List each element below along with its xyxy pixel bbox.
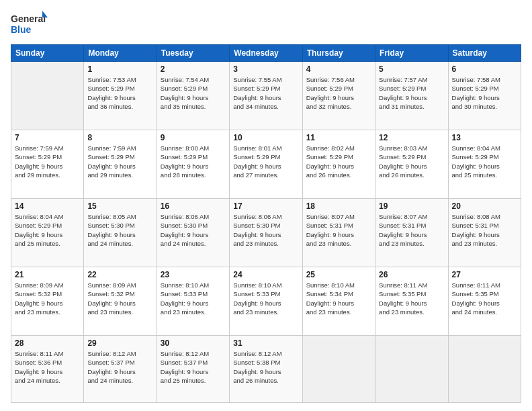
day-number: 26 <box>379 270 444 279</box>
calendar-cell: 18Sunrise: 8:07 AM Sunset: 5:31 PM Dayli… <box>302 199 375 267</box>
day-info: Sunrise: 8:09 AM Sunset: 5:32 PM Dayligh… <box>15 281 80 316</box>
logo: GeneralBlue <box>11 11 48 38</box>
calendar-header-sunday: Sunday <box>11 45 84 62</box>
day-info: Sunrise: 8:06 AM Sunset: 5:30 PM Dayligh… <box>161 212 226 248</box>
calendar-cell: 12Sunrise: 8:03 AM Sunset: 5:29 PM Dayli… <box>375 130 448 199</box>
day-info: Sunrise: 8:12 AM Sunset: 5:37 PM Dayligh… <box>161 349 226 385</box>
svg-text:General: General <box>11 13 46 24</box>
day-info: Sunrise: 8:12 AM Sunset: 5:37 PM Dayligh… <box>87 349 152 385</box>
day-info: Sunrise: 7:58 AM Sunset: 5:29 PM Dayligh… <box>452 75 517 111</box>
day-number: 24 <box>233 270 298 279</box>
day-number: 8 <box>87 133 152 142</box>
day-info: Sunrise: 7:59 AM Sunset: 5:29 PM Dayligh… <box>87 144 152 179</box>
day-number: 22 <box>87 270 152 279</box>
day-info: Sunrise: 7:54 AM Sunset: 5:29 PM Dayligh… <box>161 75 226 111</box>
day-number: 9 <box>161 133 226 142</box>
calendar-cell <box>448 336 521 403</box>
day-number: 20 <box>452 201 517 211</box>
day-info: Sunrise: 8:06 AM Sunset: 5:30 PM Dayligh… <box>233 212 298 248</box>
day-info: Sunrise: 8:11 AM Sunset: 5:35 PM Dayligh… <box>452 281 517 316</box>
calendar-cell: 9Sunrise: 8:00 AM Sunset: 5:29 PM Daylig… <box>157 130 229 199</box>
day-number: 25 <box>306 270 371 279</box>
logo-svg: GeneralBlue <box>11 11 48 38</box>
day-info: Sunrise: 8:04 AM Sunset: 5:29 PM Dayligh… <box>15 212 80 248</box>
calendar-cell: 4Sunrise: 7:56 AM Sunset: 5:29 PM Daylig… <box>302 62 375 130</box>
day-number: 30 <box>161 338 226 348</box>
day-info: Sunrise: 8:10 AM Sunset: 5:33 PM Dayligh… <box>161 281 226 316</box>
calendar-cell: 5Sunrise: 7:57 AM Sunset: 5:29 PM Daylig… <box>375 62 448 130</box>
calendar-header-row: SundayMondayTuesdayWednesdayThursdayFrid… <box>11 45 521 62</box>
day-number: 19 <box>379 201 444 211</box>
day-info: Sunrise: 7:56 AM Sunset: 5:29 PM Dayligh… <box>306 75 371 111</box>
calendar-cell: 26Sunrise: 8:11 AM Sunset: 5:35 PM Dayli… <box>375 267 448 336</box>
calendar-cell: 30Sunrise: 8:12 AM Sunset: 5:37 PM Dayli… <box>157 336 229 403</box>
day-info: Sunrise: 8:02 AM Sunset: 5:29 PM Dayligh… <box>306 144 371 179</box>
calendar-cell: 19Sunrise: 8:07 AM Sunset: 5:31 PM Dayli… <box>375 199 448 267</box>
day-info: Sunrise: 8:00 AM Sunset: 5:29 PM Dayligh… <box>161 144 226 179</box>
calendar-cell: 23Sunrise: 8:10 AM Sunset: 5:33 PM Dayli… <box>157 267 229 336</box>
day-number: 6 <box>452 64 517 74</box>
calendar-cell: 14Sunrise: 8:04 AM Sunset: 5:29 PM Dayli… <box>11 199 84 267</box>
day-info: Sunrise: 8:07 AM Sunset: 5:31 PM Dayligh… <box>379 212 444 248</box>
calendar-cell: 15Sunrise: 8:05 AM Sunset: 5:30 PM Dayli… <box>84 199 157 267</box>
calendar-week-row: 14Sunrise: 8:04 AM Sunset: 5:29 PM Dayli… <box>11 199 521 267</box>
day-info: Sunrise: 8:03 AM Sunset: 5:29 PM Dayligh… <box>379 144 444 179</box>
day-info: Sunrise: 8:09 AM Sunset: 5:32 PM Dayligh… <box>87 281 152 316</box>
calendar-cell: 22Sunrise: 8:09 AM Sunset: 5:32 PM Dayli… <box>84 267 157 336</box>
day-number: 18 <box>306 201 371 211</box>
calendar-cell: 25Sunrise: 8:10 AM Sunset: 5:34 PM Dayli… <box>302 267 375 336</box>
day-number: 10 <box>233 133 298 142</box>
day-number: 5 <box>379 64 444 74</box>
day-info: Sunrise: 8:07 AM Sunset: 5:31 PM Dayligh… <box>306 212 371 248</box>
calendar-header-friday: Friday <box>375 45 448 62</box>
day-info: Sunrise: 8:10 AM Sunset: 5:33 PM Dayligh… <box>233 281 298 316</box>
day-info: Sunrise: 8:01 AM Sunset: 5:29 PM Dayligh… <box>233 144 298 179</box>
day-number: 13 <box>452 133 517 142</box>
calendar-table: SundayMondayTuesdayWednesdayThursdayFrid… <box>11 44 521 403</box>
day-number: 3 <box>233 64 298 74</box>
calendar-cell: 29Sunrise: 8:12 AM Sunset: 5:37 PM Dayli… <box>84 336 157 403</box>
header: GeneralBlue <box>11 11 521 38</box>
day-info: Sunrise: 8:11 AM Sunset: 5:36 PM Dayligh… <box>15 349 80 385</box>
day-number: 31 <box>233 338 298 348</box>
svg-marker-2 <box>42 11 48 17</box>
calendar-week-row: 28Sunrise: 8:11 AM Sunset: 5:36 PM Dayli… <box>11 336 521 403</box>
calendar-header-saturday: Saturday <box>448 45 521 62</box>
page: GeneralBlue SundayMondayTuesdayWednesday… <box>0 0 532 411</box>
calendar-week-row: 1Sunrise: 7:53 AM Sunset: 5:29 PM Daylig… <box>11 62 521 130</box>
day-number: 17 <box>233 201 298 211</box>
calendar-cell: 27Sunrise: 8:11 AM Sunset: 5:35 PM Dayli… <box>448 267 521 336</box>
day-number: 28 <box>15 338 80 348</box>
calendar-cell: 13Sunrise: 8:04 AM Sunset: 5:29 PM Dayli… <box>448 130 521 199</box>
day-number: 12 <box>379 133 444 142</box>
calendar-cell: 28Sunrise: 8:11 AM Sunset: 5:36 PM Dayli… <box>11 336 84 403</box>
calendar-header-thursday: Thursday <box>302 45 375 62</box>
day-info: Sunrise: 8:05 AM Sunset: 5:30 PM Dayligh… <box>87 212 152 248</box>
calendar-cell <box>302 336 375 403</box>
day-number: 23 <box>161 270 226 279</box>
day-number: 11 <box>306 133 371 142</box>
svg-text:Blue: Blue <box>11 24 32 35</box>
day-info: Sunrise: 8:04 AM Sunset: 5:29 PM Dayligh… <box>452 144 517 179</box>
calendar-header-tuesday: Tuesday <box>157 45 229 62</box>
day-number: 15 <box>87 201 152 211</box>
calendar-cell: 17Sunrise: 8:06 AM Sunset: 5:30 PM Dayli… <box>230 199 302 267</box>
calendar-header-monday: Monday <box>84 45 157 62</box>
day-info: Sunrise: 8:11 AM Sunset: 5:35 PM Dayligh… <box>379 281 444 316</box>
day-info: Sunrise: 8:10 AM Sunset: 5:34 PM Dayligh… <box>306 281 371 316</box>
day-info: Sunrise: 7:53 AM Sunset: 5:29 PM Dayligh… <box>87 75 152 111</box>
calendar-cell <box>11 62 84 130</box>
calendar-cell: 1Sunrise: 7:53 AM Sunset: 5:29 PM Daylig… <box>84 62 157 130</box>
day-number: 27 <box>452 270 517 279</box>
day-info: Sunrise: 7:55 AM Sunset: 5:29 PM Dayligh… <box>233 75 298 111</box>
calendar-cell: 11Sunrise: 8:02 AM Sunset: 5:29 PM Dayli… <box>302 130 375 199</box>
calendar-cell: 7Sunrise: 7:59 AM Sunset: 5:29 PM Daylig… <box>11 130 84 199</box>
calendar-cell: 2Sunrise: 7:54 AM Sunset: 5:29 PM Daylig… <box>157 62 229 130</box>
day-number: 21 <box>15 270 80 279</box>
calendar-cell: 3Sunrise: 7:55 AM Sunset: 5:29 PM Daylig… <box>230 62 302 130</box>
day-info: Sunrise: 7:57 AM Sunset: 5:29 PM Dayligh… <box>379 75 444 111</box>
day-number: 7 <box>15 133 80 142</box>
calendar-cell: 10Sunrise: 8:01 AM Sunset: 5:29 PM Dayli… <box>230 130 302 199</box>
day-info: Sunrise: 7:59 AM Sunset: 5:29 PM Dayligh… <box>15 144 80 179</box>
calendar-cell: 8Sunrise: 7:59 AM Sunset: 5:29 PM Daylig… <box>84 130 157 199</box>
